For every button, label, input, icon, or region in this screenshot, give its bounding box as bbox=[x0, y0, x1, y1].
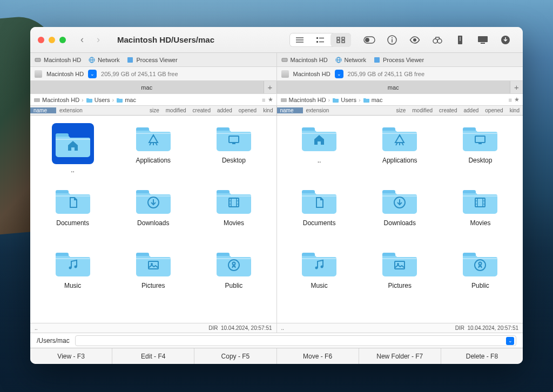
folder-label: .. bbox=[318, 157, 321, 164]
tab-mac-right[interactable]: mac bbox=[277, 81, 510, 93]
fav-network-right[interactable]: Network bbox=[335, 57, 366, 63]
fav-macintosh-hd-right[interactable]: Macintosh HD bbox=[281, 57, 328, 63]
breadcrumb-mac-right[interactable]: mac bbox=[363, 97, 383, 103]
svg-rect-9 bbox=[337, 40, 340, 43]
forward-button[interactable]: › bbox=[90, 32, 106, 48]
fav-process-viewer-right[interactable]: Process Viewer bbox=[374, 57, 424, 63]
svg-point-54 bbox=[74, 266, 77, 268]
svg-rect-7 bbox=[337, 37, 340, 39]
svg-rect-10 bbox=[342, 40, 345, 43]
path-history-icon[interactable]: ⌄ bbox=[506, 337, 514, 345]
action-edit[interactable]: Edit - F4 bbox=[112, 348, 194, 364]
list-view-button[interactable] bbox=[289, 33, 310, 47]
folder-label: Pictures bbox=[388, 282, 412, 289]
folder-Desktop[interactable]: Desktop bbox=[193, 119, 274, 181]
drive-bar: Macintosh HD ⌄ 205,99 GB of 245,11 GB fr… bbox=[30, 67, 523, 81]
svg-rect-29 bbox=[282, 58, 287, 62]
folder-Movies[interactable]: Movies bbox=[440, 181, 521, 244]
breadcrumb-root[interactable]: Macintosh HD bbox=[33, 97, 79, 103]
folder-Downloads[interactable]: Downloads bbox=[360, 181, 440, 244]
breadcrumb-menu-icon[interactable]: ≡ bbox=[262, 97, 265, 103]
folder-label: Applications bbox=[382, 157, 417, 164]
tab-mac-left[interactable]: mac bbox=[30, 81, 264, 93]
music-folder-icon bbox=[301, 248, 337, 278]
fav-process-viewer[interactable]: Process Viewer bbox=[127, 57, 177, 63]
toggle-switch-icon[interactable] bbox=[360, 32, 379, 48]
small-icons-button[interactable] bbox=[310, 33, 331, 47]
columns-left[interactable]: name extension size modified created add… bbox=[30, 106, 276, 115]
folder-Documents[interactable]: Documents bbox=[32, 181, 113, 244]
breadcrumb-users-right[interactable]: Users bbox=[332, 97, 356, 103]
folder-Pictures[interactable]: Pictures bbox=[113, 244, 193, 307]
info-icon[interactable] bbox=[382, 32, 402, 48]
folder-Music[interactable]: Music bbox=[279, 244, 360, 307]
breadcrumb-root-right[interactable]: Macintosh HD bbox=[280, 97, 326, 103]
movies-folder-icon bbox=[216, 186, 252, 215]
breadcrumb-menu-icon-right[interactable]: ≡ bbox=[509, 97, 512, 103]
path-input[interactable]: ⌄ bbox=[75, 335, 516, 346]
icon-view-button[interactable] bbox=[331, 33, 351, 47]
favorite-star-icon-right[interactable]: ★ bbox=[514, 96, 520, 103]
download-icon[interactable] bbox=[496, 32, 515, 48]
folder-Pictures[interactable]: Pictures bbox=[360, 244, 440, 307]
folder-label: Movies bbox=[224, 219, 244, 227]
file-grid-left: ..ApplicationsDesktopDocumentsDownloadsM… bbox=[30, 116, 276, 323]
close-button[interactable] bbox=[38, 37, 44, 43]
path-row: /Users/mac ⌄ bbox=[30, 333, 523, 348]
folder-label: .. bbox=[71, 166, 75, 174]
folder-Music[interactable]: Music bbox=[32, 244, 113, 307]
folder-label: Public bbox=[225, 282, 243, 289]
fav-network[interactable]: Network bbox=[89, 57, 119, 63]
binoculars-icon[interactable] bbox=[428, 32, 447, 48]
action-move[interactable]: Move - F6 bbox=[277, 348, 359, 364]
svg-point-18 bbox=[437, 39, 442, 43]
action-new-folder[interactable]: New Folder - F7 bbox=[359, 348, 441, 364]
columns-right[interactable]: name extension size modified created add… bbox=[276, 106, 523, 115]
new-tab-left[interactable]: + bbox=[264, 81, 276, 93]
folder-Movies[interactable]: Movies bbox=[193, 181, 274, 244]
breadcrumb-users[interactable]: Users bbox=[86, 97, 110, 103]
favorite-star-icon[interactable]: ★ bbox=[268, 96, 273, 103]
drive-selector-left[interactable]: Macintosh HD ⌄ 205,99 GB of 245,11 GB fr… bbox=[30, 67, 276, 80]
fav-macintosh-hd[interactable]: Macintosh HD bbox=[35, 57, 81, 63]
window-controls bbox=[38, 37, 66, 43]
folder-label: Public bbox=[471, 282, 489, 289]
breadcrumb-mac[interactable]: mac bbox=[116, 97, 136, 103]
compress-icon[interactable] bbox=[450, 32, 470, 48]
folder-Public[interactable]: Public bbox=[193, 244, 274, 307]
drive-icon bbox=[35, 70, 42, 78]
svg-rect-34 bbox=[34, 98, 40, 102]
new-tab-right[interactable]: + bbox=[510, 81, 523, 93]
drive-selector-right[interactable]: Macintosh HD ⌄ 205,99 GB of 245,11 GB fr… bbox=[276, 67, 523, 80]
drive-dropdown-icon: ⌄ bbox=[335, 70, 343, 78]
svg-point-14 bbox=[392, 37, 393, 38]
folder-Applications[interactable]: Applications bbox=[360, 119, 440, 181]
back-button[interactable]: ‹ bbox=[74, 32, 90, 48]
minimize-button[interactable] bbox=[49, 37, 55, 43]
folder-Downloads[interactable]: Downloads bbox=[113, 181, 193, 244]
folder-Documents[interactable]: Documents bbox=[279, 181, 360, 244]
svg-point-53 bbox=[69, 267, 71, 269]
status-name-right: .. bbox=[281, 325, 285, 331]
preview-icon[interactable] bbox=[405, 32, 424, 48]
home-folder-icon bbox=[52, 123, 94, 164]
breadcrumb-row: Macintosh HD › Users › mac ≡★ Macintosh … bbox=[30, 94, 523, 106]
action-copy[interactable]: Copy - F5 bbox=[194, 348, 276, 364]
svg-rect-62 bbox=[382, 133, 417, 134]
svg-rect-36 bbox=[56, 139, 90, 140]
drive-icon bbox=[281, 70, 289, 78]
folder-Applications[interactable]: Applications bbox=[113, 119, 193, 181]
svg-rect-55 bbox=[136, 258, 171, 259]
svg-rect-4 bbox=[316, 41, 318, 43]
action-view[interactable]: View - F3 bbox=[30, 348, 112, 364]
folder-Public[interactable]: Public bbox=[440, 244, 521, 307]
folder-Desktop[interactable]: Desktop bbox=[440, 119, 521, 181]
folder-parentparent[interactable]: .. bbox=[279, 119, 360, 181]
action-delete[interactable]: Delete - F8 bbox=[441, 348, 523, 364]
svg-rect-33 bbox=[374, 57, 380, 63]
public-folder-icon bbox=[462, 248, 498, 278]
folder-parentparent[interactable]: .. bbox=[32, 119, 113, 181]
desktop-folder-icon bbox=[216, 123, 252, 152]
desktop-icon[interactable] bbox=[473, 32, 493, 48]
maximize-button[interactable] bbox=[59, 37, 66, 43]
